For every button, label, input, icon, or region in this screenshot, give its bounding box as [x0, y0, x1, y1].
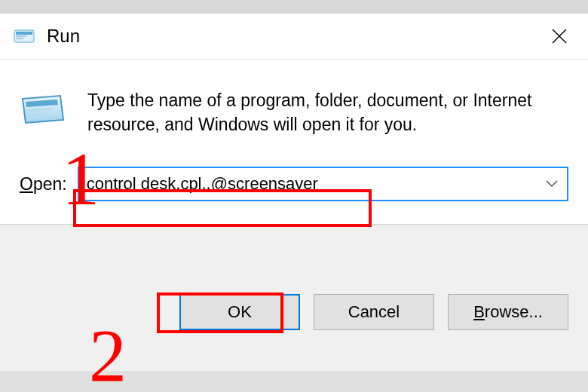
run-title-icon — [14, 28, 35, 44]
browse-button[interactable]: Browse... — [448, 294, 568, 330]
window-title: Run — [47, 26, 537, 47]
svg-rect-1 — [16, 32, 32, 35]
ok-button[interactable]: OK — [179, 294, 300, 330]
ok-button-label: OK — [228, 302, 252, 322]
dialog-footer: OK Cancel Browse... — [0, 271, 588, 357]
cancel-button-label: Cancel — [348, 302, 400, 322]
background-bottom-strip — [0, 371, 588, 392]
description-text: Type the name of a program, folder, docu… — [87, 88, 568, 136]
combobox-dropdown-button[interactable] — [537, 168, 567, 200]
description-row: Type the name of a program, folder, docu… — [20, 88, 568, 136]
close-button[interactable] — [537, 14, 582, 59]
chevron-down-icon — [546, 180, 558, 188]
open-field-row: Open: — [20, 167, 568, 201]
cancel-button[interactable]: Cancel — [314, 294, 434, 330]
titlebar: Run — [0, 14, 588, 59]
close-icon — [551, 28, 568, 44]
command-combobox[interactable] — [78, 167, 568, 201]
run-dialog: Run — [0, 14, 588, 225]
browse-button-label: Browse... — [473, 302, 543, 322]
background-top-strip — [0, 0, 588, 14]
run-program-icon — [20, 91, 66, 127]
svg-rect-3 — [16, 38, 23, 39]
svg-rect-2 — [16, 35, 26, 37]
dialog-body: Type the name of a program, folder, docu… — [0, 60, 588, 224]
command-input[interactable] — [79, 168, 537, 200]
open-label: Open: — [20, 174, 67, 194]
